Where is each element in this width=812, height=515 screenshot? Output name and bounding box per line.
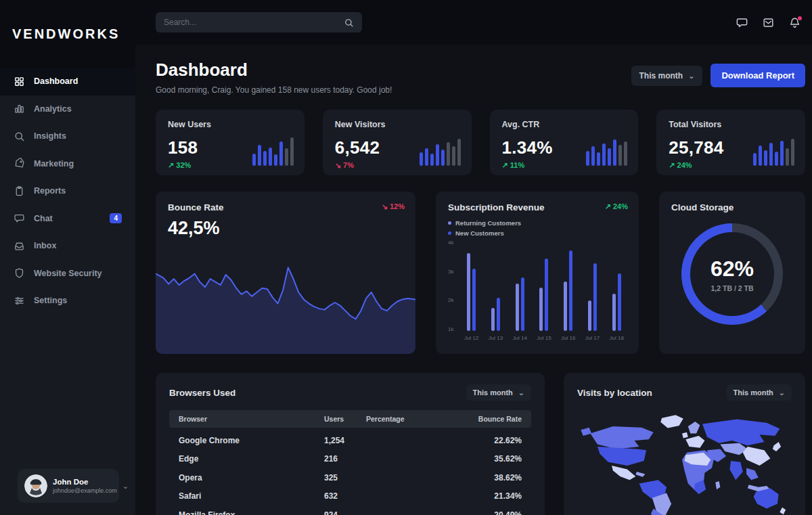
bar <box>612 294 616 331</box>
bar-group: Jul 15 <box>537 242 551 341</box>
bar <box>545 259 548 331</box>
search-icon <box>14 131 25 142</box>
bar-group: Jul 17 <box>585 242 600 341</box>
page-title: Dashboard <box>156 60 392 81</box>
logo-block: VENDWORKS <box>0 0 135 68</box>
sidebar-item-label: Chat <box>34 214 53 223</box>
table-row-google-chrome: Google Chrome 1,254 22.62% <box>169 428 531 447</box>
sidebar-item-analytics[interactable]: Analytics <box>0 95 135 123</box>
cell-users: 1,254 <box>324 436 366 445</box>
tag-icon <box>14 158 25 169</box>
header-actions: This month ⌄ Download Report <box>631 64 806 87</box>
bar-chart-icon <box>14 103 25 114</box>
subscription-revenue-bar-chart: 4k3k2k1kJul 12Jul 13Jul 14Jul 15Jul 16Ju… <box>448 240 627 341</box>
sidebar-item-insights[interactable]: Insights <box>0 122 135 150</box>
cloud-storage-card: Cloud Storage 62% 1,2 TB / 2 TB <box>659 192 805 354</box>
sidebar-item-inbox[interactable]: Inbox <box>0 232 135 260</box>
sidebar-item-settings[interactable]: Settings <box>0 287 135 315</box>
bar <box>521 277 524 331</box>
table-header: Browser Users Percentage Bounce Rate <box>169 410 531 428</box>
inbox-icon <box>14 240 25 252</box>
x-axis-label: Jul 18 <box>610 335 624 341</box>
sidebar-item-marketing[interactable]: Marketing <box>0 150 135 178</box>
bar <box>497 298 500 331</box>
cell-users: 216 <box>324 454 366 464</box>
clipboard-icon <box>14 185 25 197</box>
user-email: johndoe@example.com <box>53 487 117 494</box>
y-axis-tick: 1k <box>448 326 453 332</box>
bar-group: Jul 16 <box>561 242 575 341</box>
sidebar-item-dashboard[interactable]: Dashboard <box>0 68 135 95</box>
y-axis-tick: 3k <box>448 268 453 274</box>
bar <box>467 253 470 331</box>
cell-browser: Edge <box>179 454 324 464</box>
cell-users: 924 <box>324 510 366 515</box>
avatar <box>24 474 47 497</box>
cell-users: 325 <box>324 473 366 483</box>
sidebar-item-label: Inbox <box>34 241 56 250</box>
col-percentage: Percentage <box>366 415 468 423</box>
search-icon[interactable] <box>344 18 354 28</box>
x-axis-label: Jul 13 <box>489 335 503 341</box>
chart-legend: Returning CustomersNew Customers <box>448 219 627 237</box>
browsers-used-title: Browsers Used <box>169 388 235 398</box>
bounce-rate-delta: ↘ 12% <box>382 202 405 211</box>
chevron-down-icon: ⌄ <box>688 74 694 78</box>
x-axis-label: Jul 12 <box>464 335 478 341</box>
chat-icon[interactable] <box>736 16 748 29</box>
stat-card-avg-ctr: Avg. CTR 1.34% ↗ 11% <box>490 110 639 175</box>
sidebar: VENDWORKS Dashboard Analytics Insights M… <box>0 0 135 515</box>
cell-browser: Google Chrome <box>179 436 324 445</box>
bar-groups: Jul 12Jul 13Jul 14Jul 15Jul 16Jul 17Jul … <box>464 242 624 341</box>
mail-icon[interactable] <box>762 16 775 29</box>
table-row-opera: Opera 325 38.62% <box>169 465 531 484</box>
visits-period-dropdown[interactable]: This month ⌄ <box>727 384 792 401</box>
cell-bounce-rate: 38.62% <box>468 473 522 483</box>
stat-sparkline <box>586 136 627 166</box>
bell-icon[interactable] <box>788 16 801 29</box>
browsers-period-dropdown[interactable]: This month ⌄ <box>466 384 532 401</box>
chevron-down-icon[interactable]: ⌄ <box>122 482 129 491</box>
chat-icon <box>14 212 25 224</box>
sidebar-nav: Dashboard Analytics Insights Marketing R… <box>0 68 135 315</box>
chevron-down-icon: ⌄ <box>518 390 524 395</box>
table-row-edge: Edge 216 35.62% <box>169 447 531 466</box>
bounce-rate-value: 42,5% <box>168 218 403 239</box>
bar <box>539 288 543 331</box>
subscription-revenue-title: Subscription Revenue <box>448 202 627 212</box>
bounce-rate-title: Bounce Rate <box>168 202 403 212</box>
legend-dot <box>448 231 451 235</box>
bar <box>588 300 591 331</box>
period-dropdown[interactable]: This month ⌄ <box>631 66 703 86</box>
sidebar-badge: 4 <box>110 213 122 223</box>
bar-group: Jul 14 <box>513 242 527 341</box>
download-report-button[interactable]: Download Report <box>710 64 805 87</box>
stat-title: Total Visitors <box>669 120 793 129</box>
col-browser: Browser <box>179 415 324 423</box>
x-axis-label: Jul 15 <box>537 335 551 341</box>
user-info: John Doe johndoe@example.com <box>53 478 117 494</box>
cell-browser: Mozilla Firefox <box>179 510 324 515</box>
sidebar-item-reports[interactable]: Reports <box>0 177 135 205</box>
stat-sparkline <box>420 136 461 166</box>
y-axis-tick: 2k <box>448 297 453 303</box>
sidebar-item-chat[interactable]: Chat 4 <box>0 205 135 233</box>
sidebar-item-label: Marketing <box>34 159 74 169</box>
bar <box>593 263 597 331</box>
sidebar-item-website-security[interactable]: Website Security <box>0 260 135 288</box>
search-input[interactable] <box>164 18 344 27</box>
world-map <box>577 406 792 515</box>
visits-head: Visits by location This month ⌄ <box>577 384 792 401</box>
visits-period-label: This month <box>734 388 773 397</box>
chevron-down-icon: ⌄ <box>779 390 785 395</box>
cell-bounce-rate: 22.62% <box>468 436 522 445</box>
y-axis-tick: 4k <box>448 240 453 246</box>
visits-title: Visits by location <box>577 388 652 398</box>
user-card[interactable]: John Doe johndoe@example.com ⌄ <box>18 469 119 503</box>
bar <box>569 250 572 331</box>
browsers-period-label: This month <box>473 388 513 397</box>
sliders-icon <box>14 295 25 307</box>
period-dropdown-label: This month <box>639 71 683 81</box>
stat-card-new-visitors: New Visitors 6,542 ↘ 7% <box>323 110 472 175</box>
legend-item: New Customers <box>448 229 627 237</box>
